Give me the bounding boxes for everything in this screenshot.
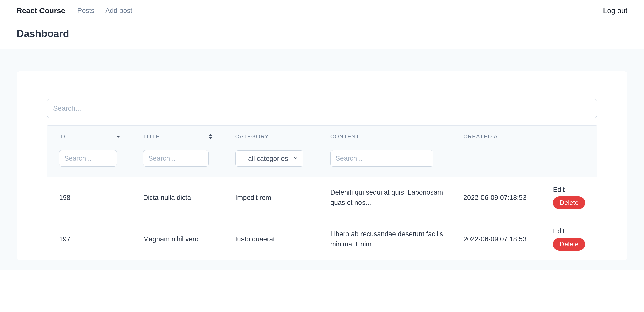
column-header-title[interactable]: TITLE bbox=[131, 126, 223, 143]
column-header-created-at[interactable]: CREATED AT bbox=[451, 126, 541, 143]
sort-icon bbox=[116, 136, 120, 138]
delete-button[interactable]: Delete bbox=[553, 238, 585, 251]
cell-id: 198 bbox=[47, 177, 131, 218]
column-label: CONTENT bbox=[330, 133, 360, 140]
global-search-input[interactable] bbox=[47, 99, 597, 118]
cell-title: Dicta nulla dicta. bbox=[131, 177, 223, 218]
filter-input-title[interactable] bbox=[143, 150, 209, 167]
posts-table: ID TITLE bbox=[47, 126, 597, 260]
navbar: React Course Posts Add post Log out bbox=[0, 0, 644, 21]
cell-content: Libero ab recusandae deserunt facilis mi… bbox=[318, 218, 451, 260]
caret-down-icon bbox=[116, 136, 120, 138]
filter-row: -- all categories -- bbox=[47, 143, 597, 177]
cell-id: 197 bbox=[47, 218, 131, 260]
cell-content: Deleniti qui sequi at quis. Laboriosam q… bbox=[318, 177, 451, 218]
cell-actions: Edit Delete bbox=[541, 218, 597, 260]
cell-actions: Edit Delete bbox=[541, 177, 597, 218]
delete-button[interactable]: Delete bbox=[553, 196, 585, 209]
column-header-content[interactable]: CONTENT bbox=[318, 126, 451, 143]
cell-created-at: 2022-06-09 07:18:53 bbox=[451, 218, 541, 260]
cell-category: Iusto quaerat. bbox=[223, 218, 318, 260]
page-title: Dashboard bbox=[17, 28, 627, 40]
column-header-actions bbox=[541, 126, 597, 143]
filter-input-id[interactable] bbox=[59, 150, 117, 167]
column-label: TITLE bbox=[143, 133, 160, 140]
table-wrap: ID TITLE bbox=[47, 125, 597, 260]
column-header-category[interactable]: CATEGORY bbox=[223, 126, 318, 143]
cell-title: Magnam nihil vero. bbox=[131, 218, 223, 260]
page-header: Dashboard bbox=[0, 21, 644, 49]
nav-link-posts[interactable]: Posts bbox=[77, 7, 94, 15]
content-area: ID TITLE bbox=[0, 49, 644, 270]
navbar-left: React Course Posts Add post bbox=[17, 6, 132, 15]
cell-created-at: 2022-06-09 07:18:53 bbox=[451, 177, 541, 218]
filter-select-category[interactable]: -- all categories -- bbox=[235, 150, 303, 167]
caret-up-icon bbox=[208, 134, 213, 136]
table-row: 197 Magnam nihil vero. Iusto quaerat. Li… bbox=[47, 218, 597, 260]
edit-link[interactable]: Edit bbox=[553, 227, 589, 235]
column-label: ID bbox=[59, 133, 65, 140]
column-header-id[interactable]: ID bbox=[47, 126, 131, 143]
cell-category: Impedit rem. bbox=[223, 177, 318, 218]
nav-links: Posts Add post bbox=[77, 7, 132, 15]
filter-select-wrap: -- all categories -- bbox=[235, 150, 303, 167]
brand[interactable]: React Course bbox=[17, 6, 65, 15]
card: ID TITLE bbox=[17, 71, 627, 260]
column-label: CREATED AT bbox=[463, 133, 501, 140]
edit-link[interactable]: Edit bbox=[553, 186, 589, 194]
filter-input-content[interactable] bbox=[330, 150, 433, 167]
caret-down-icon bbox=[208, 137, 213, 139]
nav-link-add-post[interactable]: Add post bbox=[105, 7, 132, 15]
column-label: CATEGORY bbox=[235, 133, 269, 140]
sort-icon bbox=[208, 134, 213, 139]
table-row: 198 Dicta nulla dicta. Impedit rem. Dele… bbox=[47, 177, 597, 218]
logout-link[interactable]: Log out bbox=[603, 7, 627, 15]
